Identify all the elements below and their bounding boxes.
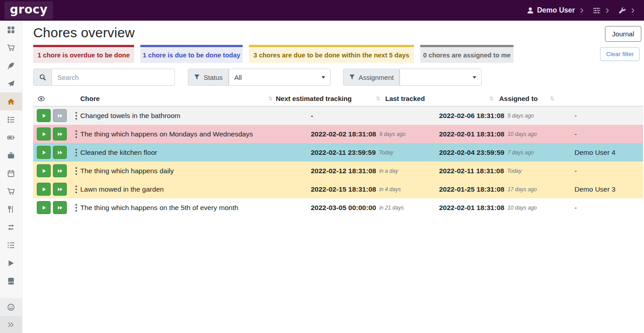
search-group bbox=[33, 69, 175, 86]
clear-filter-button[interactable]: Clear filter bbox=[600, 47, 640, 61]
sort-icon[interactable]: ⇅ bbox=[489, 96, 494, 102]
row-menu-button[interactable] bbox=[72, 164, 81, 177]
assigned-to-cell: - bbox=[574, 106, 577, 125]
sidebar-item-calendar[interactable] bbox=[0, 164, 22, 182]
track-chore-button[interactable] bbox=[37, 146, 51, 159]
chores-table: Chore ⇅ Next estimated tracking ⇅ Last t… bbox=[33, 92, 643, 217]
search-icon-box bbox=[33, 69, 52, 86]
sidebar-item-user[interactable] bbox=[0, 298, 22, 316]
journal-button[interactable]: Journal bbox=[605, 26, 641, 42]
filter-bar: Status All Assignment bbox=[33, 69, 641, 86]
status-filter-label: Status bbox=[188, 69, 229, 86]
assignment-select[interactable] bbox=[400, 69, 482, 86]
banner-overdue[interactable]: 1 chore is overdue to be done bbox=[33, 45, 134, 63]
column-header-chore[interactable]: Chore bbox=[80, 95, 100, 102]
next-tracking-cell: - bbox=[311, 106, 316, 125]
user-menu[interactable]: Demo User bbox=[527, 6, 585, 14]
assigned-to-cell: - bbox=[574, 198, 577, 217]
sidebar-expand-toggle[interactable] bbox=[0, 316, 22, 333]
exchange-arrows-icon bbox=[7, 223, 15, 231]
row-menu-button[interactable] bbox=[72, 183, 81, 196]
sidebar-item-consume[interactable] bbox=[0, 200, 22, 218]
chore-name: Lawn mowed in the garden bbox=[80, 180, 164, 198]
assignment-filter-group: Assignment bbox=[343, 69, 482, 86]
column-header-last-tracked[interactable]: Last tracked bbox=[385, 95, 425, 102]
row-menu-button[interactable] bbox=[72, 109, 81, 122]
sidebar-item-meal-plan[interactable] bbox=[0, 74, 22, 92]
list-icon bbox=[7, 241, 15, 249]
track-chore-button[interactable] bbox=[37, 127, 51, 140]
wrench-icon bbox=[618, 7, 626, 14]
skip-chore-button[interactable] bbox=[53, 146, 67, 159]
page-title: Chores overview bbox=[33, 25, 135, 40]
row-menu-button[interactable] bbox=[72, 201, 81, 214]
sort-icon[interactable]: ⇅ bbox=[268, 96, 273, 102]
main-content: Chores overview Journal 1 chore is overd… bbox=[22, 21, 644, 333]
table-header-row: Chore ⇅ Next estimated tracking ⇅ Last t… bbox=[33, 92, 643, 106]
last-tracked-cell: 2022-02-11 18:31:08Today bbox=[439, 162, 522, 180]
assigned-to-cell: Demo User 3 bbox=[574, 180, 615, 198]
sort-icon[interactable]: ⇅ bbox=[376, 96, 380, 102]
sidebar-item-transfer[interactable] bbox=[0, 218, 22, 236]
column-header-next-tracking[interactable]: Next estimated tracking bbox=[276, 95, 352, 102]
sort-icon[interactable]: ⇅ bbox=[550, 96, 554, 102]
last-tracked-cell: 2022-02-01 18:31:0810 days ago bbox=[439, 198, 537, 217]
home-icon bbox=[7, 98, 15, 105]
row-menu-button[interactable] bbox=[72, 127, 81, 140]
sidebar-item-purchase[interactable] bbox=[0, 182, 22, 200]
fast-forward-icon bbox=[57, 168, 63, 174]
sidebar-item-tasks[interactable] bbox=[0, 110, 22, 128]
chore-name: Changed towels in the bathroom bbox=[80, 106, 180, 125]
banner-assigned-to-me[interactable]: 0 chores are assigned to me bbox=[420, 45, 513, 63]
sidebar-item-chores[interactable] bbox=[0, 92, 22, 110]
settings-menu[interactable] bbox=[593, 7, 610, 14]
skip-chore-button[interactable] bbox=[53, 201, 67, 214]
row-menu-button[interactable] bbox=[72, 146, 81, 159]
skip-chore-button[interactable] bbox=[53, 164, 67, 177]
track-chore-button[interactable] bbox=[37, 183, 51, 196]
task-list-icon bbox=[7, 116, 15, 123]
caret-down-icon bbox=[473, 76, 476, 79]
vertical-dots-icon bbox=[75, 112, 78, 120]
caret-down-icon bbox=[322, 76, 325, 79]
play-icon bbox=[41, 186, 47, 193]
sidebar-item-stock[interactable] bbox=[0, 21, 22, 39]
track-chore-button[interactable] bbox=[37, 201, 51, 214]
briefcase-icon bbox=[7, 152, 15, 159]
banner-due-soon[interactable]: 3 chores are due to be done within the n… bbox=[249, 45, 414, 63]
sidebar-item-inventory[interactable] bbox=[0, 236, 22, 254]
skip-chore-button[interactable] bbox=[53, 183, 67, 196]
app-logo[interactable]: grocy bbox=[4, 1, 53, 19]
table-row: Changed towels in the bathroom - 2022-02… bbox=[33, 106, 643, 125]
admin-menu[interactable] bbox=[618, 7, 636, 14]
banner-overdue-text: 1 chore is overdue to be done bbox=[38, 52, 130, 59]
next-tracking-cell: 2022-02-15 18:31:08in 4 days bbox=[311, 180, 401, 198]
search-icon bbox=[39, 74, 46, 81]
feather-icon bbox=[7, 62, 15, 70]
status-select[interactable]: All bbox=[229, 69, 331, 86]
sidebar-item-chore-tracking[interactable] bbox=[0, 254, 22, 272]
vertical-dots-icon bbox=[75, 204, 78, 212]
sidebar-item-recipes[interactable] bbox=[0, 57, 22, 74]
paper-plane-icon bbox=[7, 80, 15, 88]
chore-name: The thing which happens daily bbox=[80, 162, 174, 180]
expand-chevrons-icon bbox=[7, 321, 15, 329]
skip-chore-button[interactable] bbox=[53, 109, 67, 122]
sidebar-item-journal[interactable] bbox=[0, 272, 22, 290]
banner-assigned-text: 0 chores are assigned to me bbox=[423, 52, 510, 59]
search-input[interactable] bbox=[52, 69, 175, 86]
shopping-cart-icon bbox=[7, 188, 15, 195]
banner-due-today[interactable]: 1 chore is due to be done today bbox=[140, 45, 243, 63]
next-tracking-cell: 2022-02-02 18:31:089 days ago bbox=[311, 125, 405, 143]
sidebar-item-batteries[interactable] bbox=[0, 128, 22, 146]
assigned-to-cell: Demo User 4 bbox=[574, 143, 615, 162]
column-header-assigned-to[interactable]: Assigned to bbox=[499, 95, 538, 102]
sidebar-item-equipment[interactable] bbox=[0, 146, 22, 164]
sidebar-item-shopping-list[interactable] bbox=[0, 39, 22, 57]
filter-funnel-icon bbox=[349, 74, 355, 80]
play-icon bbox=[41, 205, 47, 211]
shopping-cart-icon bbox=[7, 44, 15, 52]
track-chore-button[interactable] bbox=[37, 109, 51, 122]
track-chore-button[interactable] bbox=[37, 164, 51, 177]
skip-chore-button[interactable] bbox=[53, 127, 67, 140]
